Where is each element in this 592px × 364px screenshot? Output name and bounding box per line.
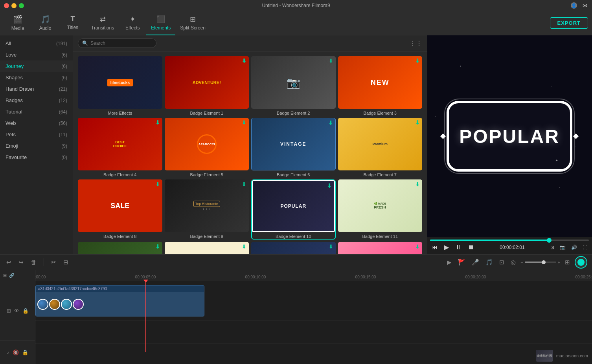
- mail-icon[interactable]: ✉: [582, 2, 588, 9]
- export-button[interactable]: EXPORT: [550, 17, 588, 29]
- cut-button[interactable]: ✂: [50, 258, 58, 267]
- timeline-left-top: ⊞ 🔗: [0, 270, 35, 281]
- element-card-emoji3[interactable]: ⬇ 😠 Element Emoji 3: [338, 242, 423, 254]
- element-card-emoji2[interactable]: ⬇ 😈 Element Emoji 2: [251, 242, 336, 254]
- tab-media[interactable]: 🎬 Media: [4, 11, 31, 35]
- sidebar-item-love[interactable]: Love (6): [0, 49, 73, 60]
- sidebar-item-pets[interactable]: Pets (11): [0, 129, 73, 140]
- tab-transitions[interactable]: ⇄ Transitions: [86, 11, 119, 35]
- element-card-badge2[interactable]: ⬇ 📷 Badge Element 2: [251, 56, 336, 115]
- delete-button[interactable]: 🗑: [29, 258, 38, 266]
- element-card-emoji1[interactable]: ⬇ 😊 Element Emoji 1: [165, 242, 249, 254]
- rewind-button[interactable]: ⏮: [430, 243, 439, 252]
- tab-transitions-label: Transitions: [91, 25, 114, 31]
- sidebar-item-journey[interactable]: Journey (6): [0, 60, 73, 72]
- clip-name: a31d3421c2bd1a439217acdcc46c3790: [36, 285, 204, 292]
- crop-button[interactable]: ⊟: [62, 258, 70, 267]
- tab-titles[interactable]: T Titles: [59, 11, 86, 35]
- link-button[interactable]: 🔗: [9, 273, 15, 278]
- time-display: 00:00:02:01: [500, 245, 524, 250]
- fit-button[interactable]: ⊞: [563, 258, 572, 267]
- download-icon-emoji1: ⬇: [242, 243, 246, 250]
- sidebar-item-emoji[interactable]: Emoji (9): [0, 140, 73, 152]
- undo-button[interactable]: ↩: [5, 258, 13, 267]
- audio-mute-button[interactable]: 🔇: [13, 349, 19, 355]
- audio-track-row: [35, 320, 592, 344]
- stop-button[interactable]: ⏹: [466, 243, 476, 252]
- music-button[interactable]: 🎵: [484, 258, 495, 267]
- pip-button[interactable]: ⊡: [549, 244, 556, 251]
- effect-tl-button[interactable]: ◎: [509, 258, 517, 267]
- redo-button[interactable]: ↪: [17, 258, 25, 267]
- maximize-button[interactable]: [19, 3, 24, 8]
- timeline-right[interactable]: 00:00:00:00 00:00:05:00 00:00:10:00 00:0…: [35, 270, 592, 364]
- record-button[interactable]: [575, 256, 587, 269]
- audio-note-button[interactable]: ♪: [7, 349, 9, 355]
- grid-toggle-icon[interactable]: ⋮⋮: [410, 40, 422, 47]
- play-button[interactable]: ▶: [443, 243, 450, 252]
- sidebar-item-shapes[interactable]: Shapes (6): [0, 72, 73, 83]
- sidebar-item-web[interactable]: Web (56): [0, 117, 73, 129]
- search-input[interactable]: [90, 40, 152, 46]
- volume-button[interactable]: 🔊: [570, 244, 579, 251]
- zoom-slider[interactable]: [525, 262, 556, 263]
- sidebar-item-handdrawn[interactable]: Hand Drawn (21): [0, 83, 73, 95]
- tab-effects[interactable]: ✦ Effects: [119, 11, 146, 35]
- fullscreen-button[interactable]: ⛶: [581, 244, 589, 251]
- watermark: 未来软件园 mac.orsoon.com: [536, 350, 588, 362]
- minimize-button[interactable]: [11, 3, 17, 8]
- sidebar-label-handdrawn: Hand Drawn: [6, 86, 34, 92]
- playhead[interactable]: [145, 281, 146, 352]
- tab-elements[interactable]: ⬛ Elements: [146, 11, 175, 35]
- search-box[interactable]: 🔍: [78, 38, 156, 48]
- element-card-badge7[interactable]: ⬇ Premium Badge Element 7: [338, 118, 423, 177]
- element-label-5: Badge Element 5: [190, 172, 223, 177]
- element-card-badge12[interactable]: ⬇ 🌱 ORGANIC Badge Element 12: [78, 242, 162, 254]
- sidebar-item-badges[interactable]: Badges (12): [0, 95, 73, 106]
- sidebar-item-favourite[interactable]: Favourite (0): [0, 152, 73, 163]
- sidebar-item-tutorial[interactable]: Tutorial (64): [0, 106, 73, 117]
- play-timeline-button[interactable]: ▶: [445, 258, 453, 267]
- element-card-badge5[interactable]: ⬇ APAROCCI Badge Element 5: [165, 118, 249, 177]
- pip-tl-button[interactable]: ⊡: [498, 258, 506, 267]
- elements-search-bar: 🔍 ⋮⋮: [73, 35, 427, 51]
- pause-button[interactable]: ⏸: [454, 243, 463, 252]
- timeline-area: ↩ ↪ 🗑 ✂ ⊟ ▶ 🚩 🎤 🎵 ⊡ ◎ − + ⊞: [0, 254, 592, 364]
- sidebar-label-all: All: [6, 40, 11, 46]
- marker-button[interactable]: 🚩: [456, 258, 467, 267]
- sidebar-label-pets: Pets: [6, 132, 16, 137]
- tab-splitscreen[interactable]: ⊞ Split Screen: [175, 11, 210, 35]
- ruler-mark-2: 00:00:10:00: [245, 275, 266, 279]
- tab-effects-label: Effects: [125, 25, 140, 31]
- element-card-badge11[interactable]: ⬇ 🌿 MADE FRESH Badge Element 11: [338, 179, 423, 240]
- element-label-0: More Effects: [108, 111, 132, 115]
- element-label-3: Badge Element 3: [364, 111, 397, 115]
- element-card-more-effects[interactable]: filmstocks More Effects: [78, 56, 162, 115]
- close-button[interactable]: [4, 3, 9, 8]
- element-card-badge4[interactable]: ⬇ BESTCHOICE Badge Element 4: [78, 118, 162, 177]
- video-eye-button[interactable]: 👁: [14, 308, 19, 314]
- tab-audio[interactable]: 🎵 Audio: [31, 11, 59, 35]
- element-card-badge3[interactable]: ⬇ NEW Badge Element 3: [338, 56, 423, 115]
- download-icon-1: ⬇: [242, 58, 246, 64]
- audio-lock-button[interactable]: 🔒: [22, 349, 28, 355]
- mic-button[interactable]: 🎤: [470, 258, 481, 267]
- progress-thumb[interactable]: [547, 238, 552, 243]
- element-card-badge8[interactable]: ⬇ SALE Badge Element 8: [78, 179, 162, 240]
- element-card-badge1[interactable]: ⬇ ADVENTURE! Badge Element 1: [165, 56, 249, 115]
- download-icon-3: ⬇: [415, 58, 420, 64]
- transitions-icon: ⇄: [100, 15, 106, 24]
- video-lock-button[interactable]: 🔒: [22, 308, 29, 314]
- sidebar-item-all[interactable]: All (191): [0, 38, 73, 49]
- element-card-badge6[interactable]: ⬇ VINTAGE Badge Element 6: [251, 118, 336, 177]
- snapshot-button[interactable]: 📷: [558, 244, 567, 251]
- progress-bar[interactable]: [430, 240, 589, 241]
- video-clip[interactable]: a31d3421c2bd1a439217acdcc46c3790: [35, 285, 204, 316]
- add-media-button[interactable]: ⊞: [3, 273, 7, 278]
- zoom-slider-thumb[interactable]: [542, 260, 546, 264]
- element-label-7: Badge Element 7: [364, 172, 397, 177]
- account-icon[interactable]: 👤: [571, 2, 577, 9]
- element-card-badge9[interactable]: ⬇ Top Ristorante ✦ ✦ ✦ Badge Element 9: [165, 179, 249, 240]
- element-card-badge10[interactable]: ⬇ POPULAR Badge Element 10: [251, 179, 336, 240]
- video-grid-button[interactable]: ⊞: [7, 308, 11, 314]
